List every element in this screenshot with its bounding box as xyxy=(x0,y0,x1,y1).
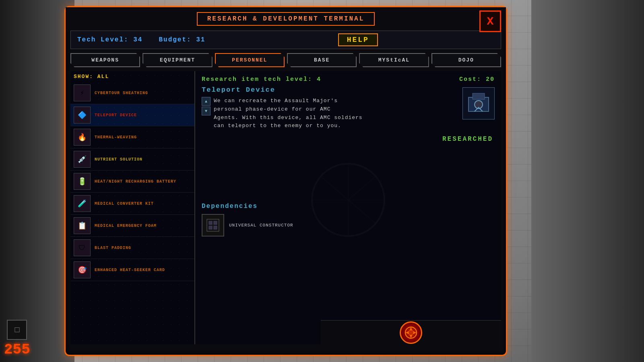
terminal-title: RESEARCH & DEVELOPMENT TERMINAL xyxy=(197,12,375,26)
dep-icon-constructor xyxy=(202,214,224,237)
svg-rect-5 xyxy=(209,221,212,224)
item-list-panel: SHOW: ALL ⚡ CYBERTOUR SHEATHING 🔷 TELEPO… xyxy=(70,71,195,344)
list-item[interactable]: 🛡 BLAST PADDING xyxy=(70,237,194,259)
item-icon-teleport: 🔷 xyxy=(74,107,91,123)
description-area: ▲ ▼ We can recreate the Assault Major's … xyxy=(202,97,495,130)
show-filter: SHOW: ALL xyxy=(70,71,194,82)
list-item[interactable]: 🧪 MEDICAL CONVERTER KIT xyxy=(70,193,194,215)
bg-left-panel xyxy=(0,0,74,362)
list-item[interactable]: 🎯 ENHANCED HEAT-SEEKER CARD xyxy=(70,259,194,281)
item-label-cybertour: CYBERTOUR SHEATHING xyxy=(95,91,148,95)
tab-dojo[interactable]: DOJO xyxy=(431,53,501,67)
detail-panel: Research item tech level: 4 Cost: 20 Tel… xyxy=(195,71,501,344)
tech-level: Tech Level: 34 xyxy=(77,36,142,43)
tab-mystical[interactable]: MYStIcAL xyxy=(359,53,429,67)
dep-name-constructor: UNIVERSAL CONSTRUCTOR xyxy=(229,223,293,228)
item-label-blast: BLAST PADDING xyxy=(95,246,131,250)
tab-equipment[interactable]: EQUIPMENT xyxy=(142,53,212,67)
item-label-foam: MEDICAL EMERGENCY FOAM xyxy=(95,224,157,228)
bg-right-panel xyxy=(531,0,644,362)
list-item[interactable]: 📋 MEDICAL EMERGENCY FOAM xyxy=(70,215,194,237)
tab-personnel[interactable]: PERSONNEL xyxy=(215,53,285,67)
status-bar: Tech Level: 34 Budget: 31 HELP xyxy=(70,31,501,49)
research-header: Research item tech level: 4 Cost: 20 xyxy=(202,76,495,83)
tab-weapons[interactable]: WEAPONS xyxy=(70,53,140,67)
cost-text: Cost: 20 xyxy=(459,76,495,83)
bottom-bar xyxy=(321,320,501,344)
svg-rect-7 xyxy=(209,226,212,229)
dependency-item: UNIVERSAL CONSTRUCTOR xyxy=(202,214,495,237)
item-icon-foam: 📋 xyxy=(74,217,91,234)
description-text: We can recreate the Assault Major's pers… xyxy=(214,97,363,130)
item-icon-medkit: 🧪 xyxy=(74,195,91,212)
scroll-up-button[interactable]: ▲ xyxy=(202,97,211,106)
item-icon-battery: 🔋 xyxy=(74,173,91,190)
item-list: ⚡ CYBERTOUR SHEATHING 🔷 TELEPORT DEVICE … xyxy=(70,82,194,281)
detail-item-title: Teleport Device xyxy=(202,86,495,94)
list-item[interactable]: ⚡ CYBERTOUR SHEATHING xyxy=(70,82,194,104)
terminal-window: RESEARCH & DEVELOPMENT TERMINAL X Tech L… xyxy=(64,6,507,356)
bottom-emblem xyxy=(400,321,422,344)
dependencies-section: Dependencies UNIVERSAL CONSTRUCTOR xyxy=(202,203,495,237)
scroll-down-button[interactable]: ▼ xyxy=(202,107,211,115)
hud-number: 255 xyxy=(4,341,30,358)
terminal-header: RESEARCH & DEVELOPMENT TERMINAL X xyxy=(66,7,506,31)
help-button[interactable]: HELP xyxy=(338,33,378,46)
item-label-thermal: THERMAL-WEAVING xyxy=(95,135,137,140)
item-icon-nutrient: 💉 xyxy=(74,151,91,168)
tab-base[interactable]: BASE xyxy=(287,53,357,67)
item-icon-heatseeker: 🎯 xyxy=(74,261,91,278)
svg-rect-8 xyxy=(214,226,217,229)
hud-bottom-left: □ 255 xyxy=(4,320,30,358)
list-item[interactable]: 🔥 THERMAL-WEAVING xyxy=(70,126,194,148)
tech-level-text: Research item tech level: 4 xyxy=(202,76,321,83)
item-label-battery: HEAT/NIGHT RECHARGING BATTERY xyxy=(95,179,176,184)
scroll-buttons: ▲ ▼ xyxy=(202,97,211,130)
budget: Budget: 31 xyxy=(159,36,205,43)
item-icon-cybertour: ⚡ xyxy=(74,84,91,101)
main-content: SHOW: ALL ⚡ CYBERTOUR SHEATHING 🔷 TELEPO… xyxy=(70,71,501,344)
item-label-heatseeker: ENHANCED HEAT-SEEKER CARD xyxy=(95,268,165,272)
item-icon-blast: 🛡 xyxy=(74,239,91,256)
list-item[interactable]: 💉 NUTRIENT SOLUTION xyxy=(70,148,194,171)
list-item[interactable]: 🔋 HEAT/NIGHT RECHARGING BATTERY xyxy=(70,171,194,193)
close-button[interactable]: X xyxy=(479,10,501,32)
list-item[interactable]: 🔷 TELEPORT DEVICE xyxy=(70,104,194,126)
item-icon-thermal: 🔥 xyxy=(74,129,91,146)
svg-rect-6 xyxy=(214,221,217,224)
researched-status: RESEARCHED xyxy=(442,136,493,143)
item-label-nutrient: NUTRIENT SOLUTION xyxy=(95,157,142,162)
hud-icon: □ xyxy=(7,320,27,340)
item-label-medkit: MEDICAL CONVERTER KIT xyxy=(95,202,154,206)
dependencies-title: Dependencies xyxy=(202,203,495,210)
nav-tabs: WEAPONS EQUIPMENT PERSONNEL BASE MYStIcA… xyxy=(70,53,501,67)
item-label-teleport: TELEPORT DEVICE xyxy=(95,113,137,117)
